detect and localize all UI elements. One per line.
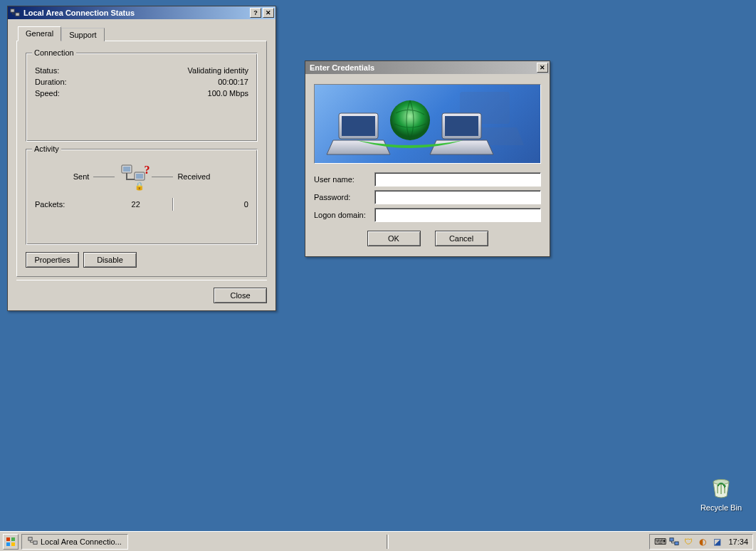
domain-input[interactable] [374,208,541,222]
lock-icon: 🔒 [135,182,145,191]
credentials-titlebar[interactable]: Enter Credentials ✕ [305,61,550,74]
power-icon[interactable]: ◐ [697,536,708,547]
duration-label: Duration: [35,78,67,86]
svg-marker-10 [327,140,390,154]
svg-rect-23 [670,537,673,540]
groupbox-activity: Activity Sent ? 🔒 [26,149,258,245]
tab-general-label: General [26,29,53,38]
network-icon [28,536,38,547]
svg-rect-9 [342,116,375,136]
svg-rect-3 [123,167,130,172]
question-mark-icon: ? [144,164,149,177]
packets-separator [172,198,173,211]
svg-rect-22 [33,541,37,544]
credentials-window: Enter Credentials ✕ [305,61,550,257]
tab-strip: General Support [18,26,267,41]
svg-point-14 [390,100,430,140]
dash-left [93,177,115,177]
cancel-button[interactable]: Cancel [435,231,488,246]
tab-panel-general: Connection Status: Validating identity D… [16,41,267,277]
close-title-button[interactable]: ✕ [263,8,274,18]
groupbox-connection-legend: Connection [32,48,76,57]
groupbox-activity-legend: Activity [32,145,61,153]
help-button[interactable]: ? [250,8,261,18]
credentials-close-title-button[interactable]: ✕ [537,63,548,73]
properties-button[interactable]: Properties [26,252,79,268]
disable-button[interactable]: Disable [83,252,137,268]
svg-rect-0 [11,9,14,12]
credentials-banner-image [314,84,541,164]
packets-received: 0 [206,200,248,209]
duration-value: 00:00:17 [218,78,248,86]
svg-rect-12 [445,116,478,136]
connection-status-window: Local Area Connection Status ? ✕ General… [7,6,276,311]
speed-label: Speed: [35,89,60,98]
tab-support[interactable]: Support [61,28,105,41]
system-tray: ⌨ 🛡 ◐ ◪ 17:34 [649,534,753,550]
taskbar: Local Area Connectio... ⌨ 🛡 ◐ ◪ 17:34 [0,531,756,551]
network-icon [9,7,21,19]
keyboard-icon[interactable]: ⌨ [654,536,666,547]
connection-titlebar[interactable]: Local Area Connection Status ? ✕ [8,6,275,19]
domain-label: Logon domain: [314,211,374,219]
groupbox-connection: Connection Status: Validating identity D… [26,53,258,142]
close-button[interactable]: Close [214,288,267,303]
username-input[interactable] [374,172,541,187]
svg-rect-5 [136,174,143,179]
svg-rect-21 [28,537,32,540]
sent-label: Sent [73,172,90,181]
speed-value: 100.0 Mbps [208,89,248,98]
password-label: Password: [314,193,374,201]
status-label: Status: [35,66,59,75]
tab-general[interactable]: General [18,26,61,41]
tab-support-label: Support [69,31,97,39]
taskbar-item-connection[interactable]: Local Area Connectio... [21,534,128,550]
dash-right [152,177,173,177]
tray-separator [387,535,389,549]
svg-rect-17 [6,537,10,541]
svg-rect-20 [11,542,15,546]
taskbar-item-label: Local Area Connectio... [41,537,122,546]
app-tray-icon[interactable]: ◪ [711,536,723,547]
packets-label: Packets: [35,200,65,209]
ok-button[interactable]: OK [367,231,421,246]
connection-icon: ? 🔒 [119,164,147,189]
credentials-title: Enter Credentials [307,63,537,72]
svg-rect-18 [11,537,15,541]
shield-icon[interactable]: 🛡 [683,536,694,547]
svg-marker-13 [430,140,493,154]
clock[interactable]: 17:34 [728,537,748,546]
connection-title: Local Area Connection Status [23,9,250,17]
packets-sent: 22 [98,200,140,209]
network-tray-icon[interactable] [668,536,680,547]
password-input[interactable] [374,190,541,204]
start-button[interactable] [3,534,19,550]
svg-rect-1 [16,13,19,16]
recycle-bin-label: Recycle Bin [700,503,742,512]
recycle-bin[interactable]: Recycle Bin [700,475,742,512]
status-value: Validating identity [188,66,248,75]
svg-rect-24 [675,542,678,545]
username-label: User name: [314,175,374,184]
svg-rect-19 [6,542,10,546]
received-label: Received [177,172,210,181]
